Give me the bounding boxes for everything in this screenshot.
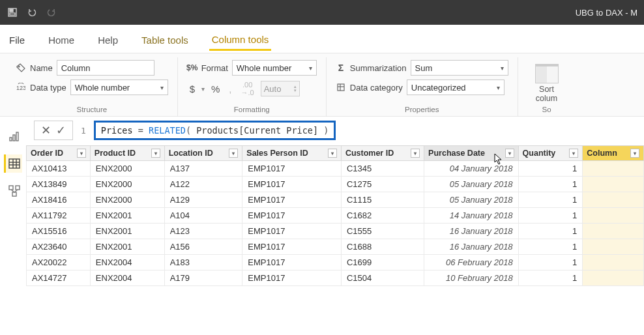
table-cell[interactable]: AX23640 <box>27 239 91 255</box>
table-cell[interactable]: C1275 <box>341 177 424 192</box>
column-header[interactable]: Sales Person ID▾ <box>242 146 342 161</box>
table-cell[interactable]: AX20022 <box>27 255 91 270</box>
table-cell[interactable]: ENX2001 <box>90 208 164 224</box>
table-cell[interactable]: 14 January 2018 <box>424 208 519 224</box>
table-cell[interactable]: EMP1017 <box>242 255 342 270</box>
table-cell[interactable]: 1 <box>518 208 583 224</box>
column-header[interactable]: Order ID▾ <box>27 146 91 161</box>
table-cell[interactable]: EMP1017 <box>242 192 342 208</box>
table-cell[interactable]: C1682 <box>341 208 424 224</box>
menu-column-tools[interactable]: Column tools <box>209 27 272 51</box>
table-cell[interactable]: C1504 <box>341 270 424 286</box>
column-header[interactable]: Purchase Date▾ <box>424 146 519 161</box>
table-row[interactable]: AX20022ENX2004A183EMP1017C169906 Februar… <box>27 255 644 270</box>
table-cell[interactable]: 1 <box>518 161 583 177</box>
report-view-icon[interactable] <box>4 127 22 145</box>
table-cell[interactable]: 05 January 2018 <box>424 192 519 208</box>
table-cell[interactable]: EMP1017 <box>242 177 342 192</box>
table-cell[interactable]: 1 <box>518 192 583 208</box>
percent-button[interactable]: % <box>209 82 222 96</box>
menu-table-tools[interactable]: Table tools <box>139 28 191 50</box>
filter-dropdown-icon[interactable]: ▾ <box>229 149 238 158</box>
table-cell[interactable]: EMP1017 <box>242 208 342 224</box>
table-cell[interactable]: ENX2000 <box>90 177 164 192</box>
commit-formula-button[interactable]: ✓ <box>56 123 66 138</box>
table-cell[interactable]: EMP1017 <box>242 161 342 177</box>
table-cell[interactable]: ENX2000 <box>90 161 164 177</box>
table-cell[interactable]: C1345 <box>341 161 424 177</box>
menu-file[interactable]: File <box>7 28 27 50</box>
table-row[interactable]: AX14727ENX2004A179EMP1017C150410 Februar… <box>27 270 644 286</box>
filter-dropdown-icon[interactable]: ▾ <box>411 149 420 158</box>
table-cell[interactable]: A156 <box>164 239 242 255</box>
table-cell[interactable]: 06 February 2018 <box>424 255 519 270</box>
column-header[interactable]: Customer ID▾ <box>341 146 424 161</box>
table-cell[interactable]: A104 <box>164 208 242 224</box>
table-row[interactable]: AX15516ENX2001A123EMP1017C155516 January… <box>27 224 644 239</box>
data-view-icon[interactable] <box>4 154 22 173</box>
table-cell[interactable]: C1688 <box>341 239 424 255</box>
table-cell[interactable]: ENX2001 <box>90 239 164 255</box>
table-cell[interactable]: EMP1017 <box>242 224 342 239</box>
table-cell[interactable]: A137 <box>164 161 242 177</box>
table-cell[interactable]: C1699 <box>341 255 424 270</box>
table-cell[interactable]: 1 <box>518 270 583 286</box>
sort-by-column-button[interactable]: Sortcolum <box>527 60 566 103</box>
name-input[interactable] <box>57 60 154 76</box>
table-cell[interactable]: C1555 <box>341 224 424 239</box>
model-view-icon[interactable] <box>4 182 22 200</box>
cancel-formula-button[interactable]: ✕ <box>41 123 51 138</box>
filter-dropdown-icon[interactable]: ▾ <box>569 149 578 158</box>
filter-dropdown-icon[interactable]: ▾ <box>505 149 514 158</box>
table-cell[interactable]: AX11792 <box>27 208 91 224</box>
table-cell[interactable] <box>583 208 644 224</box>
summarization-select[interactable]: Sum ▾ <box>411 60 508 76</box>
table-cell[interactable]: AX10413 <box>27 161 91 177</box>
menu-help[interactable]: Help <box>95 28 121 50</box>
table-cell[interactable] <box>583 239 644 255</box>
table-cell[interactable]: 1 <box>518 255 583 270</box>
table-cell[interactable]: A183 <box>164 255 242 270</box>
column-header[interactable]: Column▾ <box>583 146 644 161</box>
table-row[interactable]: AX10413ENX2000A137EMP1017C134504 January… <box>27 161 644 177</box>
table-row[interactable]: AX23640ENX2001A156EMP1017C168816 January… <box>27 239 644 255</box>
filter-dropdown-icon[interactable]: ▾ <box>328 149 337 158</box>
table-cell[interactable]: 16 January 2018 <box>424 239 519 255</box>
table-cell[interactable]: 05 January 2018 <box>424 177 519 192</box>
column-header[interactable]: Location ID▾ <box>164 146 242 161</box>
table-cell[interactable]: AX15516 <box>27 224 91 239</box>
table-cell[interactable] <box>583 270 644 286</box>
table-cell[interactable]: A123 <box>164 224 242 239</box>
table-cell[interactable]: A179 <box>164 270 242 286</box>
table-cell[interactable]: A122 <box>164 177 242 192</box>
currency-button[interactable]: $ <box>187 82 198 96</box>
table-cell[interactable]: ENX2001 <box>90 224 164 239</box>
table-cell[interactable] <box>583 161 644 177</box>
menu-home[interactable]: Home <box>46 28 77 50</box>
column-header[interactable]: Product ID▾ <box>90 146 164 161</box>
table-row[interactable]: AX11792ENX2001A104EMP1017C168214 January… <box>27 208 644 224</box>
table-cell[interactable]: AX18416 <box>27 192 91 208</box>
table-cell[interactable]: AX13849 <box>27 177 91 192</box>
filter-dropdown-icon[interactable]: ▾ <box>151 149 160 158</box>
table-cell[interactable]: C1115 <box>341 192 424 208</box>
table-cell[interactable]: A129 <box>164 192 242 208</box>
table-cell[interactable] <box>583 192 644 208</box>
data-type-select[interactable]: Whole number ▾ <box>70 80 168 95</box>
table-cell[interactable] <box>583 255 644 270</box>
decimals-button[interactable]: .00→.0 <box>239 80 257 98</box>
column-header[interactable]: Quantity▾ <box>518 146 583 161</box>
table-cell[interactable]: 1 <box>518 239 583 255</box>
table-cell[interactable]: 1 <box>518 224 583 239</box>
table-row[interactable]: AX13849ENX2000A122EMP1017C127505 January… <box>27 177 644 192</box>
table-row[interactable]: AX18416ENX2000A129EMP1017C111505 January… <box>27 192 644 208</box>
data-grid[interactable]: Order ID▾Product ID▾Location ID▾Sales Pe… <box>26 145 644 286</box>
filter-dropdown-icon[interactable]: ▾ <box>77 149 86 158</box>
comma-button[interactable]: , <box>226 82 234 96</box>
table-cell[interactable]: 1 <box>518 177 583 192</box>
table-cell[interactable]: EMP1017 <box>242 239 342 255</box>
data-category-select[interactable]: Uncategorized ▾ <box>407 80 505 95</box>
table-cell[interactable]: ENX2004 <box>90 255 164 270</box>
table-cell[interactable]: ENX2000 <box>90 192 164 208</box>
table-cell[interactable]: 04 January 2018 <box>424 161 519 177</box>
